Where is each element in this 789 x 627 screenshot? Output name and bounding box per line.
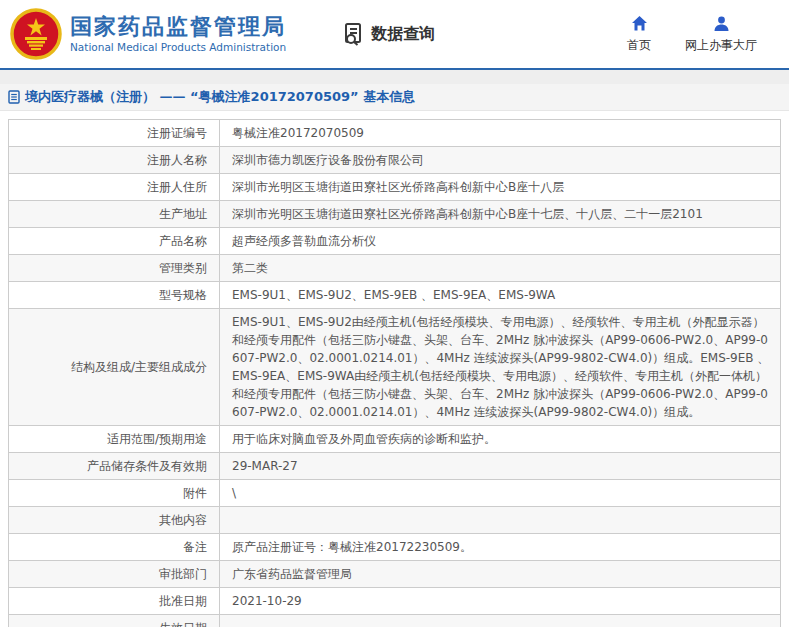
table-row: 备注原产品注册证号：粤械注准20172230509。 [9, 534, 781, 561]
person-icon [713, 15, 730, 32]
table-row: 产品名称超声经颅多普勒血流分析仪 [9, 228, 781, 255]
info-table-body: 注册证编号粤械注准20172070509注册人名称深圳市德力凯医疗设备股份有限公… [9, 120, 781, 627]
agency-name-cn: 国家药品监督管理局 [70, 14, 286, 40]
row-value [220, 507, 781, 534]
table-row: 附件\ [9, 480, 781, 507]
document-icon [8, 90, 20, 104]
row-label: 产品储存条件及有效期 [9, 453, 220, 480]
home-icon [631, 15, 648, 32]
table-row: 注册证编号粤械注准20172070509 [9, 120, 781, 147]
table-row: 批准日期2021-10-29 [9, 588, 781, 615]
row-label: 注册人名称 [9, 147, 220, 174]
row-value: 原产品注册证号：粤械注准20172230509。 [220, 534, 781, 561]
data-query-icon [341, 21, 367, 47]
row-label: 生效日期 [9, 615, 220, 627]
row-label: 生产地址 [9, 201, 220, 228]
row-value: EMS-9U1、EMS-9U2、EMS-9EB 、EMS-9EA、EMS-9WA [220, 282, 781, 309]
row-value: 深圳市光明区玉塘街道田寮社区光侨路高科创新中心B座十七层、十八层、二十一层210… [220, 201, 781, 228]
row-label: 管理类别 [9, 255, 220, 282]
nav-item-home[interactable]: 首页 [627, 15, 651, 54]
page-title: 境内医疗器械（注册） —— “粤械注准20172070509” 基本信息 [25, 88, 415, 106]
row-label: 型号规格 [9, 282, 220, 309]
row-value: 广东省药品监督管理局 [220, 561, 781, 588]
row-label: 适用范围/预期用途 [9, 426, 220, 453]
row-label: 注册人住所 [9, 174, 220, 201]
table-row: 产品储存条件及有效期29-MAR-27 [9, 453, 781, 480]
nav-item-label: 首页 [627, 37, 651, 54]
row-label: 结构及组成/主要组成成分 [9, 309, 220, 426]
row-value: 超声经颅多普勒血流分析仪 [220, 228, 781, 255]
row-value: \ [220, 480, 781, 507]
row-value: 用于临床对脑血管及外周血管疾病的诊断和监护。 [220, 426, 781, 453]
row-value: EMS-9U1、EMS-9U2由经颅主机(包括经颅模块、专用电源）、经颅软件、专… [220, 309, 781, 426]
nav-item-label: 网上办事大厅 [685, 37, 757, 54]
row-value: 第二类 [220, 255, 781, 282]
table-row: 审批部门广东省药品监督管理局 [9, 561, 781, 588]
row-label: 批准日期 [9, 588, 220, 615]
national-emblem-logo [10, 8, 62, 60]
row-value: 2021-10-29 [220, 588, 781, 615]
registration-info-table: 注册证编号粤械注准20172070509注册人名称深圳市德力凯医疗设备股份有限公… [8, 119, 781, 627]
agency-title-block: 国家药品监督管理局 National Medical Products Admi… [70, 14, 286, 54]
table-row: 型号规格EMS-9U1、EMS-9U2、EMS-9EB 、EMS-9EA、EMS… [9, 282, 781, 309]
row-value [220, 615, 781, 627]
row-value: 粤械注准20172070509 [220, 120, 781, 147]
nav-item-service-hall[interactable]: 网上办事大厅 [685, 15, 757, 54]
row-value: 深圳市光明区玉塘街道田寮社区光侨路高科创新中心B座十八层 [220, 174, 781, 201]
header-spacer-band [0, 70, 789, 84]
table-row: 结构及组成/主要组成成分EMS-9U1、EMS-9U2由经颅主机(包括经颅模块、… [9, 309, 781, 426]
site-header: 国家药品监督管理局 National Medical Products Admi… [0, 0, 789, 70]
table-row: 适用范围/预期用途用于临床对脑血管及外周血管疾病的诊断和监护。 [9, 426, 781, 453]
row-label: 附件 [9, 480, 220, 507]
data-query-label: 数据查询 [371, 24, 435, 45]
table-row: 管理类别第二类 [9, 255, 781, 282]
row-value: 深圳市德力凯医疗设备股份有限公司 [220, 147, 781, 174]
agency-name-en: National Medical Products Administration [70, 40, 286, 54]
registration-info-section: 注册证编号粤械注准20172070509注册人名称深圳市德力凯医疗设备股份有限公… [0, 111, 789, 627]
table-row: 生产地址深圳市光明区玉塘街道田寮社区光侨路高科创新中心B座十七层、十八层、二十一… [9, 201, 781, 228]
breadcrumb-bar: 境内医疗器械（注册） —— “粤械注准20172070509” 基本信息 [0, 84, 789, 111]
row-label: 产品名称 [9, 228, 220, 255]
row-label: 备注 [9, 534, 220, 561]
data-query-nav[interactable]: 数据查询 [341, 21, 435, 47]
header-nav: 首页 网上办事大厅 [627, 15, 757, 54]
table-row: 其他内容 [9, 507, 781, 534]
row-label: 审批部门 [9, 561, 220, 588]
row-label: 其他内容 [9, 507, 220, 534]
table-row: 注册人名称深圳市德力凯医疗设备股份有限公司 [9, 147, 781, 174]
row-value: 29-MAR-27 [220, 453, 781, 480]
table-row: 注册人住所深圳市光明区玉塘街道田寮社区光侨路高科创新中心B座十八层 [9, 174, 781, 201]
table-row: 生效日期 [9, 615, 781, 627]
row-label: 注册证编号 [9, 120, 220, 147]
